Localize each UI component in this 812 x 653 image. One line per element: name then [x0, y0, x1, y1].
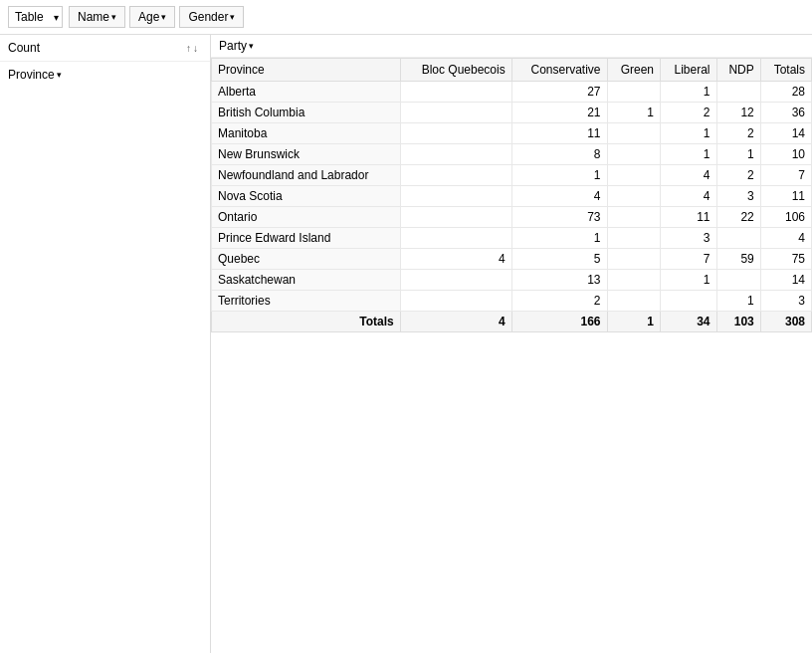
ndp-cell: 1: [716, 291, 760, 312]
data-table: Province Bloc Quebecois Conservative Gre…: [211, 58, 812, 332]
sort-icons[interactable]: ↑ ↓: [186, 43, 198, 54]
right-panel: Party ▾ Province Bloc Quebecois Conserva…: [211, 35, 812, 653]
bloc-cell: [400, 165, 511, 186]
totals-total: 308: [760, 312, 811, 332]
province-filter-label: Province: [8, 68, 55, 82]
ndp-cell: 12: [716, 103, 760, 123]
liberal-cell: [660, 291, 716, 312]
province-cell: British Columbia: [212, 103, 401, 123]
left-panel: Count ↑ ↓ Province ▾: [0, 35, 211, 653]
ndp-cell: [716, 82, 760, 103]
totals-column-header: Totals: [760, 59, 811, 82]
ndp-cell: 1: [716, 144, 760, 165]
name-filter-button[interactable]: Name ▾: [69, 6, 125, 28]
party-arrow-icon: ▾: [249, 41, 254, 51]
totals-row-label: Totals: [212, 312, 401, 332]
table-select[interactable]: Table: [8, 6, 63, 28]
province-cell: Quebec: [212, 249, 401, 270]
liberal-cell: 4: [660, 186, 716, 207]
totals-cell: 28: [760, 82, 811, 103]
totals-cell: 3: [760, 291, 811, 312]
age-filter-arrow: ▾: [161, 12, 166, 22]
ndp-cell: 3: [716, 186, 760, 207]
green-cell: 1: [607, 103, 660, 123]
bloc-cell: [400, 186, 511, 207]
totals-cell: 14: [760, 123, 811, 144]
ndp-cell: 2: [716, 123, 760, 144]
province-cell: Manitoba: [212, 123, 401, 144]
count-label: Count: [8, 41, 186, 55]
liberal-cell: 1: [660, 144, 716, 165]
app-container: Table Name ▾ Age ▾ Gender ▾ Count: [0, 0, 812, 653]
table-row: Prince Edward Island134: [212, 228, 812, 249]
liberal-cell: 7: [660, 249, 716, 270]
table-row: Saskatchewan13114: [212, 270, 812, 291]
province-cell: New Brunswick: [212, 144, 401, 165]
count-row: Count ↑ ↓: [0, 35, 210, 62]
sort-up-icon[interactable]: ↑: [186, 43, 191, 54]
bloc-cell: [400, 207, 511, 228]
bloc-cell: [400, 82, 511, 103]
totals-cell: 14: [760, 270, 811, 291]
table-row: Manitoba111214: [212, 123, 812, 144]
totals-cell: 4: [760, 228, 811, 249]
totals-liberal: 34: [660, 312, 716, 332]
green-cell: [607, 228, 660, 249]
liberal-cell: 11: [660, 207, 716, 228]
province-cell: Newfoundland and Labrador: [212, 165, 401, 186]
ndp-cell: 59: [716, 249, 760, 270]
name-filter-label: Name: [78, 10, 109, 24]
age-filter-button[interactable]: Age ▾: [129, 6, 175, 28]
ndp-cell: 22: [716, 207, 760, 228]
liberal-cell: 1: [660, 270, 716, 291]
table-row: Nova Scotia44311: [212, 186, 812, 207]
sort-down-icon[interactable]: ↓: [193, 43, 198, 54]
green-cell: [607, 249, 660, 270]
bloc-cell: [400, 270, 511, 291]
totals-cell: 7: [760, 165, 811, 186]
conservative-cell: 8: [511, 144, 607, 165]
conservative-cell: 1: [511, 165, 607, 186]
liberal-cell: 4: [660, 165, 716, 186]
province-filter[interactable]: Province ▾: [0, 62, 210, 88]
province-cell: Prince Edward Island: [212, 228, 401, 249]
conservative-cell: 2: [511, 291, 607, 312]
gender-filter-button[interactable]: Gender ▾: [179, 6, 244, 28]
main-content: Count ↑ ↓ Province ▾ Party ▾: [0, 35, 812, 653]
province-filter-arrow: ▾: [57, 70, 62, 80]
totals-conservative: 166: [511, 312, 607, 332]
green-cell: [607, 291, 660, 312]
totals-cell: 75: [760, 249, 811, 270]
green-cell: [607, 207, 660, 228]
totals-bloc: 4: [400, 312, 511, 332]
ndp-cell: 2: [716, 165, 760, 186]
green-column-header: Green: [607, 59, 660, 82]
liberal-cell: 2: [660, 103, 716, 123]
green-cell: [607, 270, 660, 291]
totals-cell: 106: [760, 207, 811, 228]
conservative-cell: 5: [511, 249, 607, 270]
totals-ndp: 103: [716, 312, 760, 332]
conservative-cell: 27: [511, 82, 607, 103]
bloc-cell: [400, 123, 511, 144]
bloc-cell: [400, 144, 511, 165]
name-filter-arrow: ▾: [111, 12, 116, 22]
conservative-cell: 4: [511, 186, 607, 207]
province-cell: Ontario: [212, 207, 401, 228]
conservative-column-header: Conservative: [511, 59, 607, 82]
table-row: Ontario731122106: [212, 207, 812, 228]
province-cell: Saskatchewan: [212, 270, 401, 291]
table-row: British Columbia21121236: [212, 103, 812, 123]
province-cell: Nova Scotia: [212, 186, 401, 207]
table-select-wrapper[interactable]: Table: [8, 6, 63, 28]
party-header-row: Party ▾: [211, 35, 812, 58]
totals-cell: 10: [760, 144, 811, 165]
ndp-column-header: NDP: [716, 59, 760, 82]
conservative-cell: 21: [511, 103, 607, 123]
green-cell: [607, 165, 660, 186]
green-cell: [607, 144, 660, 165]
ndp-cell: [716, 228, 760, 249]
green-cell: [607, 82, 660, 103]
totals-cell: 11: [760, 186, 811, 207]
liberal-cell: 3: [660, 228, 716, 249]
